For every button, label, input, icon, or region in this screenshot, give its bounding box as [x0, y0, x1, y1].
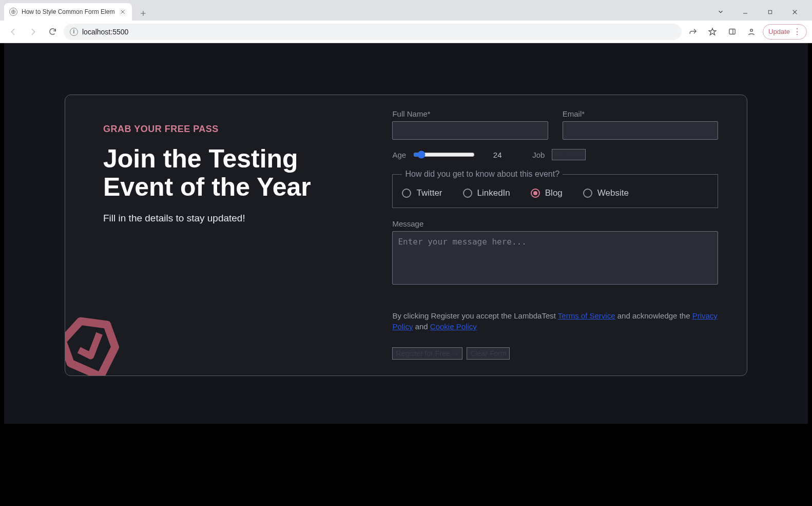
address-bar[interactable]: i [64, 24, 682, 40]
age-range-wrap: 24 [413, 151, 505, 159]
radio-dot-icon [463, 189, 472, 198]
radio-label: LinkedIn [477, 188, 510, 198]
url-input[interactable] [82, 28, 675, 36]
radio-blog[interactable]: Blog [531, 188, 563, 198]
svg-rect-1 [768, 10, 771, 13]
radio-label: Website [597, 188, 629, 198]
browser-tab[interactable]: How to Style Common Form Elem [4, 3, 132, 21]
radio-group: Twitter LinkedIn Blog Website [402, 188, 708, 198]
radio-website[interactable]: Website [583, 188, 629, 198]
message-label: Message [392, 219, 718, 228]
globe-icon [9, 8, 17, 16]
form-actions: Register for Free → Clear Form [392, 347, 718, 360]
new-tab-button[interactable] [136, 6, 150, 21]
job-label: Job [532, 151, 545, 159]
clear-form-button[interactable]: Clear Form [467, 347, 510, 360]
legal-mid: and acknowledge the [617, 311, 692, 320]
hero-subtitle: Fill in the details to stay updated! [103, 213, 366, 224]
email-input[interactable] [563, 121, 718, 140]
legal-and: and [415, 322, 430, 331]
tab-title: How to Style Common Form Elem [22, 8, 114, 15]
legal-text: By clicking Register you accept the Lamb… [392, 310, 718, 332]
svg-point-3 [750, 29, 753, 31]
kebab-icon: ⋮ [793, 28, 801, 36]
job-select[interactable]: Select.. [552, 149, 586, 160]
age-slider[interactable] [413, 151, 475, 159]
maximize-icon[interactable] [759, 4, 781, 20]
share-icon[interactable] [685, 24, 701, 40]
close-window-icon[interactable] [783, 4, 806, 20]
radio-label: Twitter [416, 188, 442, 198]
card-right: Full Name* Email* Age 24 Job [392, 95, 747, 376]
tab-close-icon[interactable] [119, 8, 127, 16]
profile-icon[interactable] [743, 24, 760, 40]
age-value: 24 [490, 151, 505, 159]
full-name-label: Full Name* [392, 109, 548, 118]
radio-dot-icon [402, 189, 411, 198]
svg-rect-2 [729, 29, 734, 34]
tab-strip: How to Style Common Form Elem [0, 0, 812, 21]
message-textarea[interactable] [392, 231, 718, 285]
age-job-row: Age 24 Job Select.. [392, 149, 718, 160]
page-viewport: GRAB YOUR FREE PASS Join the Testing Eve… [0, 43, 812, 506]
radio-dot-icon [531, 189, 540, 198]
radio-twitter[interactable]: Twitter [402, 188, 442, 198]
forward-button[interactable] [25, 24, 41, 40]
minimize-icon[interactable] [734, 4, 757, 20]
reload-button[interactable] [44, 24, 61, 40]
terms-link[interactable]: Terms of Service [558, 311, 615, 320]
card-left: GRAB YOUR FREE PASS Join the Testing Eve… [65, 95, 392, 376]
radio-label: Blog [545, 188, 563, 198]
update-label: Update [768, 28, 790, 35]
footer-band [4, 424, 808, 506]
age-label: Age [392, 151, 406, 159]
browser-toolbar: i Update ⋮ [0, 21, 812, 43]
legal-prefix: By clicking Register you accept the Lamb… [392, 311, 557, 320]
radio-dot-icon [583, 189, 592, 198]
bookmark-icon[interactable] [704, 24, 721, 40]
decorative-badge-icon [65, 307, 128, 376]
browser-window: How to Style Common Form Elem [0, 0, 812, 506]
chevron-down-icon[interactable] [709, 4, 732, 20]
hero-kicker: GRAB YOUR FREE PASS [103, 124, 366, 135]
source-legend: How did you get to know about this event… [402, 170, 563, 179]
email-label: Email* [563, 109, 718, 118]
register-button[interactable]: Register for Free → [392, 347, 462, 360]
site-info-icon[interactable]: i [70, 28, 78, 36]
update-button[interactable]: Update ⋮ [763, 24, 807, 40]
name-email-row: Full Name* Email* [392, 109, 718, 140]
window-controls [709, 3, 808, 21]
registration-card: GRAB YOUR FREE PASS Join the Testing Eve… [65, 95, 747, 376]
radio-linkedin[interactable]: LinkedIn [463, 188, 510, 198]
source-fieldset: How did you get to know about this event… [392, 170, 718, 208]
hero-title: Join the Testing Event of the Year [103, 145, 366, 201]
side-panel-icon[interactable] [724, 24, 740, 40]
full-name-input[interactable] [392, 121, 548, 140]
cookie-link[interactable]: Cookie Policy [430, 322, 477, 331]
back-button[interactable] [5, 24, 22, 40]
